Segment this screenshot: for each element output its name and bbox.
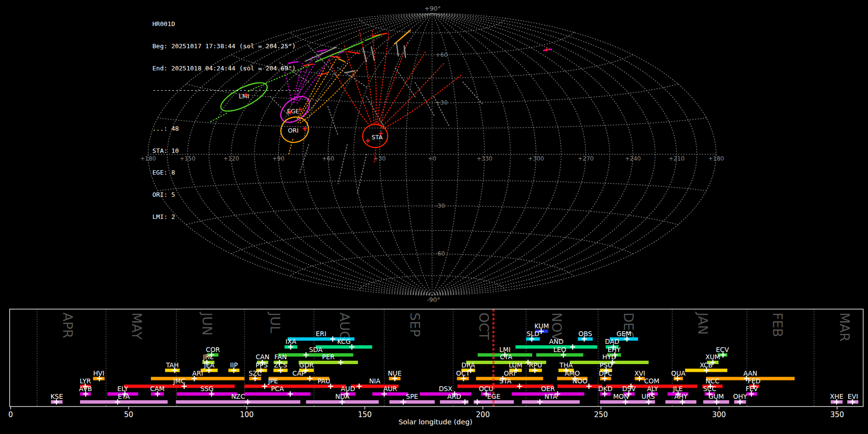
parallel-line [359, 275, 506, 290]
latitude-label: -60 [435, 250, 445, 257]
latitude-label: +60 [435, 52, 448, 58]
bar-label-lmi: LMI [500, 346, 511, 353]
meteor-trail [348, 52, 360, 54]
longitude-label: +210 [669, 155, 685, 162]
bar-label-amo: AMO [565, 369, 580, 377]
activity-bar-jmc [124, 385, 235, 388]
bar-label-jrc: JRC [203, 353, 214, 361]
bar-label-lyr: LYR [80, 377, 91, 385]
bar-label-ncc: NCC [705, 377, 719, 385]
month-label: JUL [268, 312, 283, 333]
meteor-trail [339, 59, 345, 62]
peak-marker-sda [303, 353, 309, 358]
bar-label-nue: NUE [388, 369, 402, 377]
bar-label-ohy: OHY [733, 393, 747, 400]
peak-marker-jpe [262, 384, 267, 389]
activity-bar-sta [458, 385, 554, 388]
bar-label-nta: NTA [544, 393, 557, 400]
meteor-station-screen: +180+150+120+90+60+30+0+330+300+270+240+… [0, 0, 868, 434]
bar-label-aan: AAN [744, 369, 758, 377]
activity-bar-ari [151, 377, 244, 380]
bar-label-hyd: HYD [602, 353, 616, 361]
bar-label-cap: CAP [292, 369, 305, 377]
timeline-row-red: LYRJMCJPEPAUNIASTANOOCOMNCCFED [80, 377, 760, 389]
peak-marker-nia [356, 384, 362, 389]
bar-label-szc: SZC [248, 369, 261, 377]
peak-marker-ard [462, 399, 468, 405]
meteor-trail [395, 68, 415, 97]
bar-label-tah: TAH [165, 361, 179, 369]
bar-label-ely: ELY [117, 385, 128, 393]
count-sta: STA: 10 [152, 147, 299, 154]
bar-label-cta: CTA [500, 353, 513, 361]
meteor-trail [394, 30, 410, 44]
bar-label-zcs: ZCS [274, 361, 287, 369]
activity-bar-ssg [177, 393, 237, 396]
bar-label-jea: JEA [203, 361, 215, 369]
bar-label-obs: OBS [579, 330, 592, 338]
bar-label-sld: SLD [527, 330, 540, 338]
month-label: JUN [200, 312, 215, 336]
meteor-trail [382, 75, 461, 129]
meteor-trail [331, 56, 340, 57]
activity-bar-mon [600, 400, 642, 404]
peak-marker-ege [475, 399, 480, 405]
longitude-label: +0 [428, 155, 436, 162]
begin-time-line: Beg: 20251017 17:38:44 (sol = 204.25°) [152, 42, 299, 50]
meteor-trail [328, 107, 338, 136]
activity-bar-pau [302, 385, 346, 388]
bar-label-dkd: DKD [598, 385, 612, 393]
x-tick-label: 0 [8, 410, 13, 419]
timeline-chart: APRMAYJUNJULAUGSEPOCTNOVDECJANFEBMARKUME… [8, 309, 863, 426]
activity-bar-noo [557, 385, 602, 388]
bar-label-dad: DAD [605, 338, 620, 345]
bar-label-evi: EVI [848, 393, 858, 400]
month-label: AUG [337, 312, 352, 341]
month-label: NOV [549, 312, 564, 341]
x-axis-title: Solar longitude (deg) [398, 418, 472, 426]
separator-line: --------------------------------------- [152, 86, 299, 94]
meteor-trail [299, 70, 357, 124]
bar-label-gem: GEM [616, 330, 631, 338]
month-label: APR [60, 312, 75, 339]
end-time-line: End: 20251018 04:24:44 (sol = 204.69°) [152, 65, 299, 72]
bar-label-fan: FAN [274, 353, 287, 361]
meteor-trail [379, 52, 425, 126]
bar-label-spe: SPE [406, 393, 418, 400]
x-tick-label: 350 [830, 410, 844, 419]
bar-label-dsv: DSV [622, 385, 636, 393]
bar-label-kse: KSE [51, 393, 63, 400]
bar-label-ocu: OCU [479, 385, 493, 393]
bar-label-noo: NOO [572, 377, 587, 385]
bar-label-xcb: XCB [700, 361, 713, 369]
bar-label-xvi: XVI [635, 369, 645, 377]
month-label: FEB [770, 312, 785, 337]
south-pole-label: -90° [427, 296, 440, 303]
bar-label-nda: NDA [335, 393, 350, 400]
bar-label-jpe: JPE [268, 377, 278, 385]
bar-label-urs: URS [641, 393, 655, 400]
x-tick-label: 100 [240, 410, 254, 419]
meteor-trail [297, 57, 338, 121]
station-id: HR001D [152, 20, 299, 27]
count-lmi: LMI: 2 [152, 213, 299, 220]
bar-label-fev: FEV [746, 385, 758, 393]
count-ori: ORI: 5 [152, 191, 299, 198]
bar-label-sta: STA [499, 377, 512, 385]
bar-label-eri: ERI [316, 330, 326, 338]
activity-bar-eta [80, 400, 168, 404]
activity-bar-spe [389, 400, 434, 404]
longitude-label: +240 [625, 155, 641, 162]
meteor-trail [463, 82, 482, 104]
month-label: OCT [476, 312, 491, 340]
activity-bar-dsx [420, 393, 472, 396]
bar-label-ari: ARI [192, 369, 203, 377]
peak-marker-cap [307, 376, 312, 381]
bar-label-lum: LUM [509, 361, 522, 369]
bar-label-dsx: DSX [439, 385, 452, 393]
peak-marker-nta [537, 399, 542, 405]
meridian-line [432, 14, 561, 295]
bar-label-fed: FED [747, 377, 760, 385]
latitude-label: -30 [435, 203, 445, 209]
peak-marker-nzc [245, 399, 250, 405]
